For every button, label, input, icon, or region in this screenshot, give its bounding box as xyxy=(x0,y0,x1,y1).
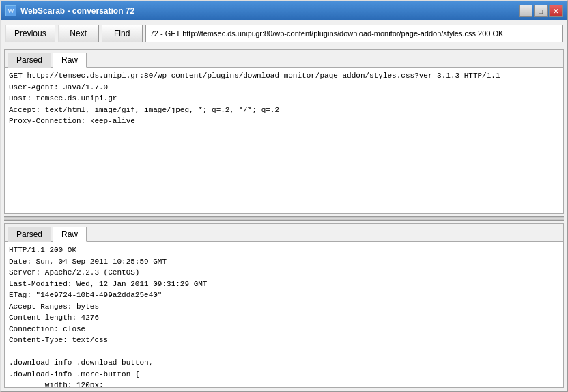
tab-request-raw[interactable]: Raw xyxy=(53,53,87,68)
find-button[interactable]: Find xyxy=(102,25,143,42)
tab-response-parsed[interactable]: Parsed xyxy=(8,227,51,242)
tab-request-parsed[interactable]: Parsed xyxy=(8,53,51,68)
minimize-button[interactable]: — xyxy=(519,5,532,17)
request-content: GET http://temsec.ds.unipi.gr:80/wp-cont… xyxy=(5,68,563,213)
panel-divider[interactable] xyxy=(4,216,564,221)
previous-button[interactable]: Previous xyxy=(5,25,55,42)
main-content: Parsed Raw GET http://temsec.ds.unipi.gr… xyxy=(1,46,567,391)
response-panel: Parsed Raw HTTP/1.1 200 OK Date: Sun, 04… xyxy=(4,223,564,388)
maximize-button[interactable]: □ xyxy=(534,5,548,17)
close-button[interactable]: ✕ xyxy=(549,5,563,17)
main-window: W WebScarab - conversation 72 — □ ✕ Prev… xyxy=(0,0,568,392)
window-controls: — □ ✕ xyxy=(519,5,563,17)
request-panel: Parsed Raw GET http://temsec.ds.unipi.gr… xyxy=(4,49,564,214)
url-display: 72 - GET http://temsec.ds.unipi.gr:80/wp… xyxy=(145,25,563,42)
tab-response-raw[interactable]: Raw xyxy=(53,227,87,242)
response-content: HTTP/1.1 200 OK Date: Sun, 04 Sep 2011 1… xyxy=(5,242,563,387)
title-bar-left: W WebScarab - conversation 72 xyxy=(5,5,134,16)
toolbar: Previous Next Find 72 - GET http://temse… xyxy=(1,20,567,46)
title-bar: W WebScarab - conversation 72 — □ ✕ xyxy=(1,1,567,20)
next-button[interactable]: Next xyxy=(58,25,99,42)
response-tabs: Parsed Raw xyxy=(5,224,563,242)
request-tabs: Parsed Raw xyxy=(5,50,563,68)
window-title: WebScarab - conversation 72 xyxy=(20,6,134,16)
app-icon: W xyxy=(5,5,16,16)
